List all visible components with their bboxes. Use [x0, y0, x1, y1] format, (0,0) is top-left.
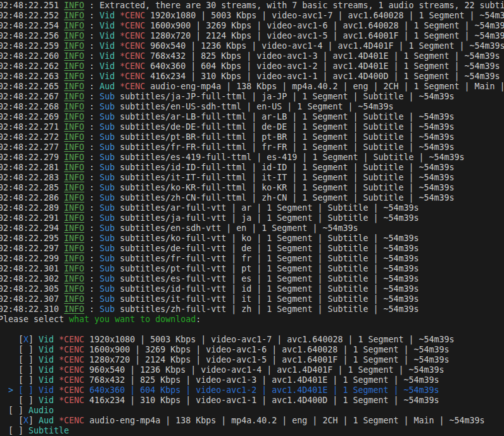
- stream-type-label: Aud: [99, 82, 120, 91]
- log-line: 02:48:22.302 INFO : Sub subtitles/es-ful…: [0, 274, 504, 284]
- text: 960x540 | 1236 Kbps | video-avc1-4 | avc…: [145, 41, 504, 51]
- subtitle-type-label: Sub: [99, 183, 115, 192]
- subtitle-type-label: Sub: [99, 304, 115, 314]
- text: 02:48:22.265: [0, 82, 64, 91]
- stream-type-label: Vid: [99, 21, 120, 30]
- select-prompt: Please select what you want to download:: [0, 315, 504, 325]
- text: 02:48:22.299: [0, 254, 64, 263]
- info-level-badge: INFO: [64, 142, 84, 152]
- cenc-flag: *CENC: [59, 345, 84, 354]
- text: :: [84, 92, 99, 101]
- video-option-row[interactable]: [ ] Vid *CENC 1600x900 | 3269 Kbps | vid…: [0, 345, 504, 355]
- text: Please select: [0, 315, 69, 324]
- subtitle-group-row[interactable]: [ ] Subtitle: [0, 426, 504, 436]
- subtitle-type-label: Sub: [99, 234, 115, 243]
- info-level-badge: INFO: [64, 82, 84, 91]
- log-line: 02:48:22.295 INFO : Sub subtitles/ko-ful…: [0, 234, 504, 244]
- subtitle-type-label: Sub: [99, 122, 115, 132]
- video-option-row[interactable]: [ ] Vid *CENC 416x234 | 310 Kbps | video…: [0, 396, 504, 406]
- log-line: 02:48:22.272 INFO : Sub subtitles/pt-BR-…: [0, 132, 504, 142]
- info-level-badge: INFO: [64, 304, 84, 314]
- log-line: 02:48:22.268 INFO : Sub subtitles/en-US-…: [0, 102, 504, 112]
- text: 1920x1080 | 5003 Kbps | video-avc1-7 | a…: [84, 335, 454, 344]
- text: :: [84, 21, 99, 30]
- text: ]: [28, 416, 39, 425]
- text: :: [84, 213, 99, 223]
- info-level-badge: INFO: [64, 21, 84, 30]
- text: subtitles/ja-full-vtt | ja | 1 Segment |…: [115, 213, 419, 223]
- text: :: [84, 51, 99, 61]
- log-line: 02:48:22.297 INFO : Sub subtitles/de-ful…: [0, 244, 504, 254]
- log-line: 02:48:22.289 INFO : Sub subtitles/ar-ful…: [0, 203, 504, 213]
- text: :: [84, 193, 99, 202]
- audio-group-row[interactable]: [ ] Audio: [0, 406, 504, 416]
- checkbox-mark: X: [23, 335, 28, 344]
- subtitle-type-label: Sub: [99, 132, 115, 142]
- text: subtitles/ja-JP-full-ttml | ja-JP | 1 Se…: [115, 92, 454, 101]
- video-option-row[interactable]: [ ] Vid *CENC 960x540 | 1236 Kbps | vide…: [0, 365, 504, 375]
- info-level-badge: INFO: [64, 122, 84, 132]
- log-line: 02:48:22.283 INFO : Sub subtitles/it-IT-…: [0, 173, 504, 183]
- video-option-row[interactable]: [ ] Vid *CENC 1280x720 | 2124 Kbps | vid…: [0, 355, 504, 365]
- stream-type-label: Subtitle: [28, 426, 69, 435]
- text: 02:48:22.301: [0, 264, 64, 273]
- subtitle-type-label: Sub: [99, 264, 115, 273]
- text: :: [84, 163, 99, 172]
- audio-option-row[interactable]: [X] Aud *CENC audio-eng-mp4a | 138 Kbps …: [0, 416, 504, 426]
- text: audio-eng-mp4a | 138 Kbps | mp4a.40.2 | …: [84, 416, 484, 425]
- selected-row-text: [ ] Vid: [18, 385, 59, 395]
- text: [: [0, 416, 23, 425]
- subtitle-type-label: Sub: [99, 223, 115, 233]
- text: [ ]: [0, 355, 39, 364]
- log-line: 02:48:22.310 INFO : Sub subtitles/zh-ful…: [0, 304, 504, 315]
- text: 02:48:22.254: [0, 21, 64, 30]
- text: :: [84, 112, 99, 121]
- text: :: [84, 234, 99, 243]
- subtitle-type-label: Sub: [99, 274, 115, 283]
- video-option-row-focused[interactable]: > [ ] Vid *CENC 640x360 | 604 Kbps | vid…: [0, 385, 504, 396]
- stream-type-label: Vid: [99, 51, 120, 61]
- cenc-flag: *CENC: [120, 41, 145, 51]
- text: 02:48:22.305: [0, 284, 64, 294]
- text: :: [84, 153, 99, 162]
- text: :: [196, 315, 201, 324]
- log-line: 02:48:22.265 INFO : Aud *CENC audio-eng-…: [0, 82, 504, 92]
- log-line: 02:48:22.299 INFO : Sub subtitles/fr-ful…: [0, 254, 504, 264]
- text: 416x234 | 310 Kbps | video-avc1-1 | avc1…: [84, 396, 439, 405]
- text: subtitles/ar-LB-full-ttml | ar-LB | 1 Se…: [115, 112, 454, 121]
- cenc-flag: *CENC: [59, 416, 84, 425]
- video-option-row[interactable]: [ ] Vid *CENC 768x432 | 825 Kbps | video…: [0, 375, 504, 385]
- cenc-flag: *CENC: [120, 82, 145, 91]
- stream-type-label: Vid: [39, 335, 59, 344]
- subtitle-type-label: Sub: [99, 112, 115, 121]
- info-level-badge: INFO: [64, 264, 84, 273]
- text: :: [84, 61, 99, 71]
- text: 02:48:22.263: [0, 72, 64, 81]
- info-level-badge: INFO: [64, 223, 84, 233]
- text: [ ]: [0, 396, 39, 405]
- text: [ ]: [0, 375, 39, 385]
- prompt-highlight: what you want to download: [69, 315, 196, 324]
- cenc-flag: *CENC: [120, 11, 145, 20]
- text: :: [84, 1, 99, 10]
- selected-row-text: 640x360 | 604 Kbps | video-avc1-2 | avc1…: [84, 385, 439, 395]
- text: 02:48:22.262: [0, 61, 64, 71]
- text: :: [84, 41, 99, 51]
- text: [13, 385, 18, 395]
- text: 02:48:22.302: [0, 274, 64, 283]
- log-line: 02:48:22.267 INFO : Sub subtitles/ja-JP-…: [0, 92, 504, 102]
- text: 960x540 | 1236 Kbps | video-avc1-4 | avc…: [84, 365, 444, 375]
- text: audio-eng-mp4a | 138 Kbps | mp4a.40.2 | …: [145, 82, 504, 91]
- text: 416x234 | 310 Kbps | video-avc1-1 | avc1…: [145, 72, 500, 81]
- cenc-flag: *CENC: [120, 72, 145, 81]
- info-level-badge: INFO: [64, 213, 84, 223]
- text: 768x432 | 825 Kbps | video-avc1-3 | avc1…: [145, 51, 500, 61]
- text: 02:48:22.310: [0, 304, 64, 314]
- text: subtitles/it-IT-full-ttml | it-IT | 1 Se…: [115, 173, 454, 182]
- video-option-row[interactable]: [X] Vid *CENC 1920x1080 | 5003 Kbps | vi…: [0, 335, 504, 345]
- subtitle-type-label: Sub: [99, 163, 115, 172]
- text: 02:48:22.252: [0, 11, 64, 20]
- text: Extracted, there are 30 streams, with 7 …: [99, 1, 504, 10]
- text: :: [84, 132, 99, 142]
- text: :: [84, 203, 99, 213]
